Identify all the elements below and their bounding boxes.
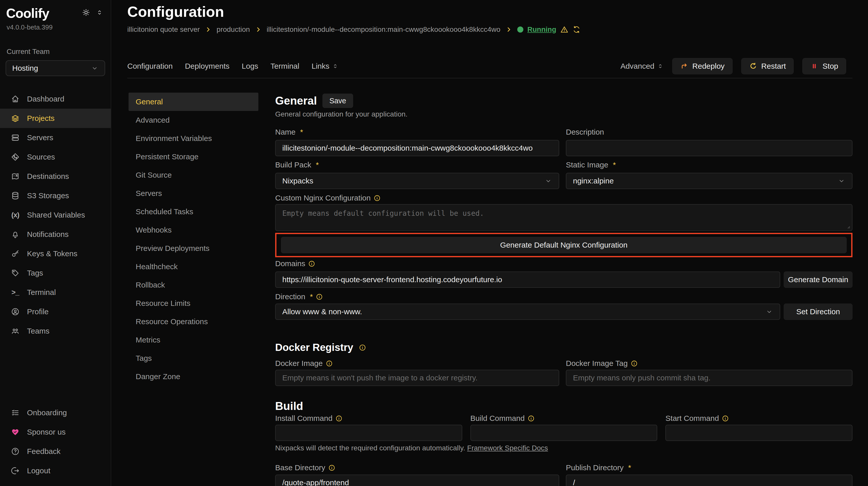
- submenu-item-environment-variables[interactable]: Environment Variables: [128, 129, 258, 148]
- checklist-icon: [11, 408, 20, 417]
- home-icon: [11, 94, 20, 103]
- info-icon[interactable]: [326, 360, 333, 367]
- info-icon[interactable]: [308, 260, 315, 267]
- sidebar-item-notifications[interactable]: Notifications: [0, 225, 111, 244]
- start-command-input[interactable]: [665, 425, 852, 441]
- generate-nginx-button[interactable]: Generate Default Nginx Configuration: [281, 237, 847, 253]
- refresh-icon[interactable]: [572, 26, 581, 34]
- submenu-item-preview-deployments[interactable]: Preview Deployments: [128, 239, 258, 258]
- name-input[interactable]: [275, 140, 559, 156]
- submenu-item-servers[interactable]: Servers: [128, 184, 258, 202]
- status-badge[interactable]: Running: [527, 26, 556, 34]
- restart-icon: [749, 62, 757, 70]
- sidebar-item-shared-variables[interactable]: (x) Shared Variables: [0, 205, 111, 225]
- sidebar-item-terminal[interactable]: >_ Terminal: [0, 283, 111, 302]
- breadcrumb-project[interactable]: illicitonion quote server: [127, 26, 200, 34]
- team-select[interactable]: Hosting: [6, 60, 105, 76]
- submenu-item-danger-zone[interactable]: Danger Zone: [128, 367, 258, 386]
- sidebar-item-dashboard[interactable]: Dashboard: [0, 89, 111, 109]
- sidebar-item-servers[interactable]: Servers: [0, 128, 111, 147]
- publish-directory-label: Publish Directory*: [566, 463, 852, 472]
- required-asterisk: *: [310, 292, 313, 301]
- tab-links[interactable]: Links: [312, 62, 339, 70]
- sidebar-item-feedback[interactable]: Feedback: [0, 442, 111, 461]
- sidebar-item-sources[interactable]: Sources: [0, 147, 111, 167]
- build-pack-select[interactable]: Nixpacks: [275, 173, 559, 189]
- static-image-select[interactable]: nginx:alpine: [566, 173, 852, 189]
- tab-terminal[interactable]: Terminal: [271, 62, 299, 70]
- sidebar-item-keys-tokens[interactable]: Keys & Tokens: [0, 244, 111, 263]
- redeploy-icon: [680, 62, 688, 70]
- description-input[interactable]: [566, 140, 852, 156]
- install-command-input[interactable]: [275, 425, 462, 441]
- chevron-down-icon: [766, 308, 773, 316]
- domains-input[interactable]: [275, 271, 780, 288]
- restart-button[interactable]: Restart: [741, 58, 794, 74]
- breadcrumb-environment[interactable]: production: [217, 26, 250, 34]
- framework-docs-link[interactable]: Framework Specific Docs: [467, 444, 548, 452]
- submenu-item-webhooks[interactable]: Webhooks: [128, 221, 258, 239]
- info-icon[interactable]: [336, 415, 342, 422]
- general-form: General Save General configuration for y…: [275, 92, 852, 486]
- publish-directory-input[interactable]: [566, 475, 852, 486]
- submenu-item-advanced[interactable]: Advanced: [128, 111, 258, 129]
- stop-button[interactable]: Stop: [802, 58, 846, 74]
- submenu-item-healthcheck[interactable]: Healthcheck: [128, 258, 258, 276]
- resize-handle-icon[interactable]: [845, 223, 850, 229]
- sun-icon[interactable]: [82, 8, 90, 17]
- advanced-dropdown[interactable]: Advanced: [620, 62, 663, 70]
- tab-configuration[interactable]: Configuration: [127, 62, 173, 70]
- info-icon[interactable]: [328, 464, 335, 471]
- chevron-down-icon: [545, 177, 552, 185]
- sidebar-item-teams[interactable]: Teams: [0, 321, 111, 341]
- section-title: General: [275, 94, 317, 107]
- chevron-right-icon: [205, 26, 212, 33]
- nginx-config-textarea[interactable]: [275, 204, 852, 231]
- base-directory-input[interactable]: [275, 475, 559, 486]
- profile-icon: [11, 307, 20, 316]
- docker-image-input[interactable]: [275, 370, 559, 386]
- info-icon[interactable]: [316, 293, 323, 300]
- sidebar-item-projects[interactable]: Projects: [0, 109, 111, 128]
- database-icon: [11, 191, 20, 200]
- sidebar: Coolify v4.0.0-beta.399 Current Team Hos…: [0, 0, 111, 486]
- warning-icon[interactable]: [560, 26, 568, 34]
- submenu-item-metrics[interactable]: Metrics: [128, 331, 258, 349]
- static-image-label: Static Image*: [566, 161, 852, 169]
- submenu-item-git-source[interactable]: Git Source: [128, 166, 258, 184]
- info-icon[interactable]: [359, 344, 366, 351]
- tab-deployments[interactable]: Deployments: [185, 62, 229, 70]
- breadcrumb-application[interactable]: illicitestonion/-module--decomposition:m…: [267, 26, 500, 34]
- info-icon[interactable]: [722, 415, 729, 422]
- info-icon[interactable]: [374, 195, 380, 201]
- sidebar-item-profile[interactable]: Profile: [0, 302, 111, 321]
- theme-updown-icon[interactable]: [96, 9, 103, 16]
- terminal-icon: >_: [11, 288, 20, 297]
- chevron-right-icon: [255, 26, 262, 33]
- submenu-item-tags[interactable]: Tags: [128, 349, 258, 367]
- submenu-item-scheduled-tasks[interactable]: Scheduled Tasks: [128, 202, 258, 221]
- sidebar-item-onboarding[interactable]: Onboarding: [0, 403, 111, 422]
- submenu-item-persistent-storage[interactable]: Persistent Storage: [128, 148, 258, 166]
- save-button[interactable]: Save: [322, 94, 353, 108]
- sidebar-item-s3-storages[interactable]: S3 Storages: [0, 186, 111, 205]
- sidebar-item-destinations[interactable]: Destinations: [0, 167, 111, 186]
- submenu-item-resource-limits[interactable]: Resource Limits: [128, 294, 258, 313]
- docker-image-tag-input[interactable]: [566, 370, 852, 386]
- direction-select[interactable]: Allow www & non-www.: [275, 303, 780, 320]
- info-icon[interactable]: [631, 360, 638, 367]
- submenu-item-rollback[interactable]: Rollback: [128, 276, 258, 294]
- submenu-item-general[interactable]: General: [128, 93, 258, 111]
- tab-logs[interactable]: Logs: [242, 62, 258, 70]
- submenu-item-resource-operations[interactable]: Resource Operations: [128, 313, 258, 331]
- info-icon[interactable]: [528, 415, 534, 422]
- heart-icon: [11, 427, 20, 436]
- sidebar-item-logout[interactable]: Logout: [0, 461, 111, 480]
- redeploy-button[interactable]: Redeploy: [672, 58, 733, 74]
- build-command-input[interactable]: [470, 425, 657, 441]
- sidebar-item-sponsor[interactable]: Sponsor us: [0, 422, 111, 442]
- generate-domain-button[interactable]: Generate Domain: [784, 271, 852, 288]
- set-direction-button[interactable]: Set Direction: [784, 303, 852, 320]
- sidebar-item-tags[interactable]: Tags: [0, 263, 111, 283]
- description-label: Description: [566, 128, 852, 136]
